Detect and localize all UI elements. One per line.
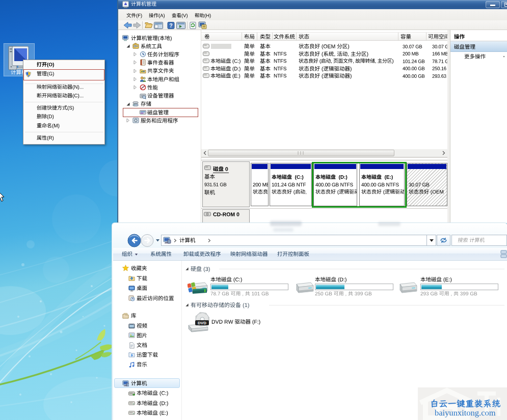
svg-text:DVD: DVD (198, 321, 206, 325)
svg-text:?: ? (169, 22, 172, 29)
